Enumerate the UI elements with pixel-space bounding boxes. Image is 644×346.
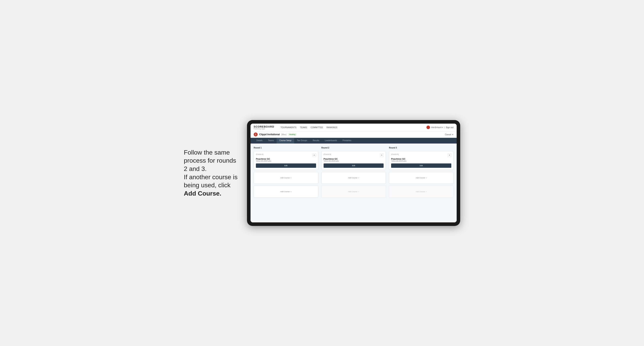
tablet-screen: SCOREBOARD Powered by clippd TOURNAMENTS… [250, 124, 457, 222]
round-3-course-name: Peachtree GC [391, 158, 451, 160]
tab-tee-groups[interactable]: Tee Groups [294, 138, 310, 144]
round-1-column: Round 1 (Course A) ✕ Peachtree GC Yellow… [254, 147, 318, 197]
user-avatar [426, 126, 430, 129]
round-2-column: Round 2 (Course A) ✕ Peachtree GC Yellow… [322, 147, 386, 197]
logo-subtitle: Powered by clippd [254, 128, 274, 130]
nav-tournaments[interactable]: TOURNAMENTS [280, 126, 296, 129]
main-content: Round 1 (Course A) ✕ Peachtree GC Yellow… [250, 144, 457, 222]
round-1-course-name: Peachtree GC [256, 158, 316, 160]
nav-right: blair@clippd.io | Sign out [426, 126, 454, 129]
nav-rankings[interactable]: RANKINGS [326, 126, 338, 129]
round-2-add-course-1[interactable]: Add Course + [322, 172, 386, 184]
add-course-label-r2-2: Add Course [348, 191, 358, 193]
round-3-course-card: (Course A) ✕ Peachtree GC Yellow (M) (66… [389, 151, 454, 170]
rounds-container: Round 1 (Course A) ✕ Peachtree GC Yellow… [254, 147, 454, 197]
add-plus-icon-r2-1: + [358, 177, 359, 179]
tabs-bar: Details Teams Course Setup Tee Groups Re… [250, 138, 457, 144]
tab-course-setup[interactable]: Course Setup [276, 138, 294, 144]
round-2-course-label: (Course A) [324, 153, 331, 155]
round-3-course-details: Yellow (M) (6629 yds) [391, 160, 451, 162]
page-wrapper: Follow the same process for rounds 2 and… [184, 120, 460, 226]
round-2-add-course-2: Add Course + [322, 186, 386, 197]
scoreboard-logo: SCOREBOARD [254, 125, 274, 128]
add-plus-icon-2: + [290, 190, 292, 193]
round-1-delete-button[interactable]: ✕ [312, 153, 316, 157]
add-plus-icon-1: + [290, 177, 292, 179]
round-1-add-course-2[interactable]: Add Course + [254, 186, 318, 197]
tab-details[interactable]: Details [254, 138, 265, 144]
round-3-delete-button[interactable]: ✕ [448, 153, 451, 157]
logo-area: SCOREBOARD Powered by clippd [254, 125, 274, 130]
clippd-logo: C [254, 133, 258, 137]
round-1-course-card: (Course A) ✕ Peachtree GC Yellow (M) (66… [254, 151, 318, 170]
round-2-delete-button[interactable]: ✕ [380, 153, 384, 157]
add-course-label-r2-1: Add Course [348, 177, 358, 179]
tab-leaderboards[interactable]: Leaderboards [322, 138, 340, 144]
add-course-label-2: Add Course [280, 191, 290, 193]
card-header-row-3: (Course A) ✕ [391, 153, 451, 157]
round-1-edit-button[interactable]: Edit [256, 164, 316, 168]
add-course-label-1: Add Course [280, 177, 290, 179]
add-plus-icon-r3-1: + [426, 177, 427, 179]
round-1-add-course-1[interactable]: Add Course + [254, 172, 318, 184]
round-3-course-label: (Course A) [391, 153, 398, 155]
round-3-add-course-1[interactable]: Add Course + [389, 172, 454, 184]
tournament-gender: (Men) [281, 134, 286, 136]
round-3-add-course-2: Add Course + [389, 186, 454, 197]
nav-teams[interactable]: TEAMS [300, 126, 307, 129]
user-email: blair@clippd.io [431, 126, 443, 128]
tournament-name: Clippd Invitational [259, 133, 280, 136]
round-1-title: Round 1 [254, 147, 318, 149]
tablet-frame: SCOREBOARD Powered by clippd TOURNAMENTS… [247, 120, 460, 226]
nav-committee[interactable]: COMMITTEE [310, 126, 323, 129]
sub-header: C Clippd Invitational (Men) Hosting Canc… [250, 131, 457, 138]
round-3-title: Round 3 [389, 147, 454, 149]
round-2-edit-button[interactable]: Edit [324, 164, 384, 168]
round-2-course-card: (Course A) ✕ Peachtree GC Yellow (M) (66… [322, 151, 386, 170]
round-2-course-name: Peachtree GC [324, 158, 384, 160]
nav-separator: | [444, 126, 444, 128]
nav-links: TOURNAMENTS TEAMS COMMITTEE RANKINGS [280, 126, 422, 129]
card-header-row-2: (Course A) ✕ [324, 153, 384, 157]
round-1-course-details: Yellow (M) (6629 yds) [256, 160, 316, 162]
round-2-course-details: Yellow (M) (6629 yds) [324, 160, 384, 162]
tab-results[interactable]: Results [310, 138, 322, 144]
tab-teams[interactable]: Teams [265, 138, 276, 144]
round-3-column: Round 3 (Course A) ✕ Peachtree GC Yellow… [389, 147, 454, 197]
tab-printables[interactable]: Printables [340, 138, 354, 144]
round-3-edit-button[interactable]: Edit [391, 164, 451, 168]
instruction-text: Follow the same process for rounds 2 and… [184, 149, 239, 198]
add-course-label-r3-1: Add Course [416, 177, 425, 179]
top-nav: SCOREBOARD Powered by clippd TOURNAMENTS… [250, 124, 457, 131]
sub-header-left: C Clippd Invitational (Men) Hosting [254, 133, 296, 137]
sign-out-link[interactable]: Sign out [446, 126, 454, 129]
add-plus-icon-r2-2: + [358, 190, 359, 193]
cancel-button[interactable]: Cancel ✕ [445, 134, 454, 136]
card-header-row: (Course A) ✕ [256, 153, 316, 157]
round-2-title: Round 2 [322, 147, 386, 149]
hosting-badge: Hosting [288, 133, 296, 136]
add-course-label-r3-2: Add Course [416, 191, 425, 193]
round-1-course-label: (Course A) [256, 153, 263, 155]
add-plus-icon-r3-2: + [426, 190, 427, 193]
